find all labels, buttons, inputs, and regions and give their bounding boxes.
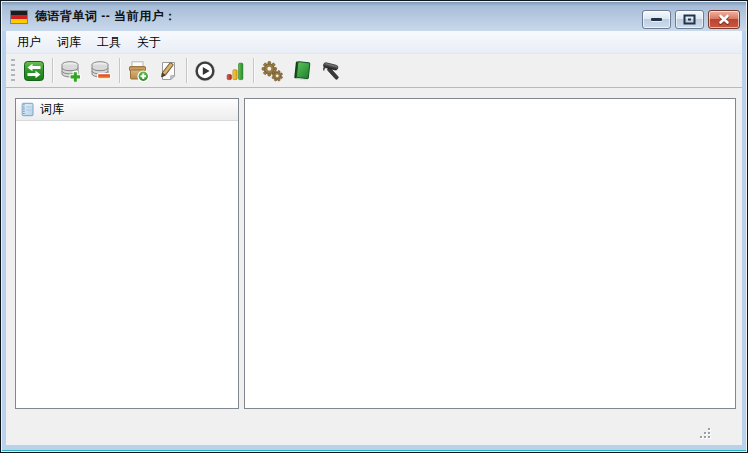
minimize-button[interactable]: [642, 10, 671, 29]
maximize-icon: [683, 14, 696, 25]
workspace: 词库: [6, 88, 742, 445]
gears-icon: [260, 59, 284, 83]
titlebar[interactable]: 德语背单词 -- 当前用户：: [2, 2, 746, 31]
tree-item-wordbook[interactable]: 词库: [16, 99, 238, 121]
toolbar-button-dictionary[interactable]: [287, 56, 317, 85]
switch-arrows-icon: [22, 59, 46, 83]
toolbar-separator: [119, 58, 120, 83]
tree-item-label: 词库: [40, 101, 64, 118]
menu-bar: 用户 词库 工具 关于: [6, 31, 742, 54]
close-button[interactable]: [708, 10, 740, 29]
toolbar: [6, 54, 742, 88]
caption-buttons: [642, 10, 740, 29]
menu-wordbook[interactable]: 词库: [49, 31, 89, 54]
toolbar-button-edit-words[interactable]: [153, 56, 183, 85]
notebook-icon: [20, 102, 35, 117]
book-icon: [290, 59, 314, 83]
edit-pencil-icon: [156, 59, 180, 83]
toolbar-separator: [52, 58, 53, 83]
play-icon: [193, 59, 217, 83]
minimize-icon: [651, 18, 662, 21]
app-window: 德语背单词 -- 当前用户： 用户 词库 工具 关于: [0, 0, 748, 453]
client-area: 用户 词库 工具 关于: [6, 31, 742, 445]
resize-grip-icon[interactable]: [699, 427, 712, 440]
menu-user[interactable]: 用户: [9, 31, 49, 54]
toolbar-button-tools[interactable]: [317, 56, 347, 85]
hammer-icon: [320, 59, 344, 83]
main-content-panel: [244, 98, 736, 409]
menu-about[interactable]: 关于: [129, 31, 169, 54]
database-add-icon: [59, 59, 83, 83]
window-title: 德语背单词 -- 当前用户：: [35, 8, 177, 25]
window-border-accent: [2, 450, 746, 451]
maximize-button[interactable]: [675, 10, 704, 29]
toolbar-button-switch-user[interactable]: [19, 56, 49, 85]
database-remove-icon: [89, 59, 113, 83]
menu-tools[interactable]: 工具: [89, 31, 129, 54]
wordbook-tree-panel[interactable]: 词库: [15, 98, 239, 409]
german-flag-icon[interactable]: [11, 11, 27, 23]
toolbar-button-add-wordbook[interactable]: [56, 56, 86, 85]
window-border-right: [742, 31, 746, 450]
toolbar-button-statistics[interactable]: [220, 56, 250, 85]
toolbar-button-add-words[interactable]: [123, 56, 153, 85]
toolbar-button-start-study[interactable]: [190, 56, 220, 85]
toolbar-separator: [253, 58, 254, 83]
toolbar-grip[interactable]: [11, 59, 15, 83]
bar-chart-icon: [223, 59, 247, 83]
close-icon: [718, 14, 730, 25]
box-add-icon: [126, 59, 150, 83]
toolbar-button-remove-wordbook[interactable]: [86, 56, 116, 85]
toolbar-button-settings[interactable]: [257, 56, 287, 85]
toolbar-separator: [186, 58, 187, 83]
